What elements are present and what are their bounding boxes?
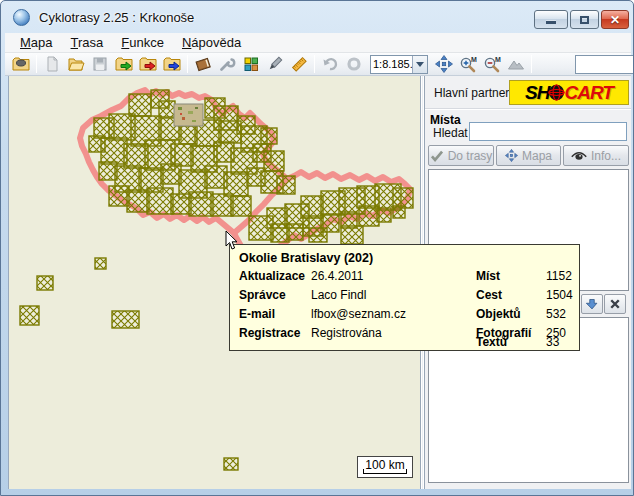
map-tile[interactable] xyxy=(127,190,149,212)
eye-icon xyxy=(571,150,587,162)
search-input[interactable] xyxy=(469,122,627,141)
zoom-in-map-button[interactable]: M xyxy=(456,54,480,75)
title-bar[interactable]: Cyklotrasy 2.25 : Krkonoše ✕ xyxy=(1,1,634,33)
toolbar-separator xyxy=(187,55,188,73)
map-tile[interactable] xyxy=(261,128,277,144)
arrow-down-icon xyxy=(586,298,598,310)
menu-funkce[interactable]: Funkce xyxy=(112,33,173,52)
close-button[interactable]: ✕ xyxy=(601,10,629,29)
move-down-button[interactable] xyxy=(581,294,603,314)
measure-ruler-button[interactable] xyxy=(287,54,311,75)
map-tile[interactable] xyxy=(231,196,251,216)
zoom-out-map-button[interactable]: M xyxy=(480,54,504,75)
toolbar: 1:8.185.000 M M xyxy=(5,53,631,76)
maximize-icon xyxy=(580,16,589,24)
map-tile[interactable] xyxy=(224,172,248,196)
show-on-map-button[interactable]: Mapa xyxy=(496,145,561,166)
tooltip-detail-row: Aktualizace26.4.2011 xyxy=(239,267,364,286)
open-folder-button[interactable] xyxy=(64,54,88,75)
map-tile[interactable] xyxy=(393,206,405,218)
settings-wrench-button[interactable] xyxy=(215,54,239,75)
map-tile[interactable] xyxy=(159,101,175,117)
map-tile[interactable] xyxy=(129,94,151,116)
export-red-button[interactable] xyxy=(136,54,160,75)
map-tile[interactable] xyxy=(20,306,39,325)
tooltip-stat-row: Míst1152 xyxy=(476,267,572,286)
color-grid-button[interactable] xyxy=(239,54,263,75)
app-icon xyxy=(13,9,30,26)
export-blue-button[interactable] xyxy=(160,54,184,75)
redo-icon xyxy=(345,55,363,73)
scale-combobox[interactable]: 1:8.185.000 xyxy=(370,55,428,74)
map-tile[interactable] xyxy=(171,144,193,166)
toolbar-separator xyxy=(531,55,532,73)
open-folder-icon xyxy=(67,55,85,73)
map-tile[interactable] xyxy=(112,311,139,328)
map-tile[interactable] xyxy=(393,188,413,208)
check-icon xyxy=(430,149,444,163)
map-tile[interactable] xyxy=(287,224,303,240)
info-label: Info... xyxy=(591,149,621,163)
save-icon xyxy=(91,55,109,73)
selected-map-thumbnail xyxy=(174,104,203,126)
maximize-button[interactable] xyxy=(570,10,599,29)
map-tile[interactable] xyxy=(147,188,173,214)
svg-text:M: M xyxy=(495,56,501,63)
map-tile[interactable] xyxy=(301,196,323,218)
map-tile[interactable] xyxy=(161,164,181,184)
delete-button[interactable] xyxy=(604,294,626,314)
map-scale-bracket xyxy=(363,469,407,474)
map-tile[interactable] xyxy=(309,228,327,242)
map-tile[interactable] xyxy=(101,138,127,164)
undo-button[interactable] xyxy=(318,54,342,75)
minimize-icon xyxy=(546,21,556,24)
new-file-button[interactable] xyxy=(40,54,64,75)
shocart-logo-sh: SH xyxy=(525,83,549,102)
map-tile[interactable] xyxy=(37,276,53,290)
map-tile[interactable] xyxy=(277,176,295,194)
add-to-route-button[interactable]: Do trasy xyxy=(428,145,494,166)
svg-text:M: M xyxy=(471,56,477,63)
pan-icon xyxy=(435,55,453,73)
map-tile[interactable] xyxy=(95,258,106,269)
scale-value: 1:8.185.000 xyxy=(371,58,412,70)
legend-book-button[interactable] xyxy=(191,54,215,75)
map-tile[interactable] xyxy=(377,208,391,222)
open-map-button[interactable] xyxy=(9,54,33,75)
map-tile[interactable] xyxy=(341,226,363,244)
undo-icon xyxy=(321,55,339,73)
open-map-icon xyxy=(12,55,30,73)
toolbar-separator xyxy=(36,55,37,73)
map-tile[interactable] xyxy=(264,151,284,171)
map-tile[interactable] xyxy=(211,194,233,216)
save-button[interactable] xyxy=(88,54,112,75)
scale-dropdown-button[interactable] xyxy=(412,56,427,73)
menu-trasa[interactable]: Trasa xyxy=(62,33,113,52)
tooltip-title: Okolie Bratislavy (202) xyxy=(239,251,373,265)
map-tile[interactable] xyxy=(224,458,238,470)
tooltip-detail-row: E-maillfbox@seznam.cz xyxy=(239,305,406,324)
terrain-button[interactable] xyxy=(504,54,528,75)
export-green-button[interactable] xyxy=(112,54,136,75)
places-section-title: Místa xyxy=(430,113,461,127)
shocart-logo[interactable]: SH CART xyxy=(509,80,629,105)
redo-button[interactable] xyxy=(342,54,366,75)
zoom-out-map-icon: M xyxy=(483,55,502,73)
measure-ruler-icon xyxy=(290,55,308,73)
tooltip-stat-row: Textů33 xyxy=(476,333,559,352)
menu-napoveda[interactable]: Nápověda xyxy=(173,33,250,52)
layer-combobox[interactable] xyxy=(575,55,634,74)
info-button[interactable]: Info... xyxy=(563,145,629,166)
window-title: Cyklotrasy 2.25 : Krkonoše xyxy=(39,10,194,25)
map-scale-indicator: 100 km xyxy=(357,456,413,478)
pan-button[interactable] xyxy=(432,54,456,75)
menu-mapa[interactable]: Mapa xyxy=(11,33,62,52)
map-tile[interactable] xyxy=(171,194,191,214)
map-tile[interactable] xyxy=(189,192,213,216)
marker-pen-icon xyxy=(266,55,284,73)
map-tile[interactable] xyxy=(109,186,129,206)
color-grid-icon xyxy=(242,55,260,73)
marker-pen-button[interactable] xyxy=(263,54,287,75)
add-to-route-label: Do trasy xyxy=(448,149,493,163)
minimize-button[interactable] xyxy=(534,10,568,29)
